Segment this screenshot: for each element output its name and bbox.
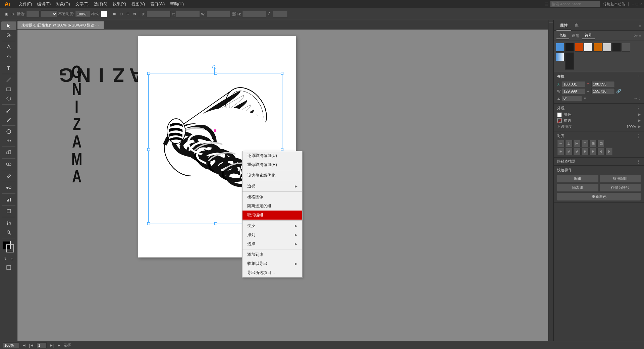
artboard-tool-btn[interactable] <box>1 207 16 216</box>
align-bottom-btn[interactable]: ⊡ <box>597 140 605 147</box>
maximize-btn[interactable]: □ <box>636 2 638 6</box>
document-tab[interactable]: 未标题-1 [已恢复]* @ 100% (RGB/GPU 预览) × <box>17 21 104 29</box>
ungroup-quick-btn[interactable]: 取消编组 <box>600 175 641 182</box>
color-tab-brushes[interactable]: 画笔 <box>569 33 582 39</box>
y-coord-input[interactable] <box>591 81 615 87</box>
link-proportions-icon[interactable]: ⛓ <box>232 11 236 17</box>
y-input[interactable]: 129.999 <box>176 11 200 17</box>
shapebuilder-icon[interactable]: ⊗ <box>132 11 138 17</box>
dist-center-h-btn[interactable]: ⊬ <box>565 148 573 155</box>
reflect-tool-btn[interactable] <box>1 136 16 145</box>
ctx-redo-ungroup[interactable]: 重做取消编组(R) <box>243 160 302 169</box>
ctx-isolate-group[interactable]: 隔离选定的组 <box>243 201 302 211</box>
rect-tool-btn[interactable] <box>1 85 16 94</box>
ctx-select[interactable]: 选择 ▶ <box>243 239 302 248</box>
swatch-black[interactable] <box>565 43 574 52</box>
swatch-grad-1[interactable] <box>556 52 565 61</box>
menu-effect[interactable]: 效果(X) <box>110 1 129 8</box>
change-screen-mode-btn[interactable] <box>1 263 16 272</box>
default-colors-btn[interactable]: ◻ <box>9 256 15 262</box>
ctx-add-to-library[interactable]: 添加到库 <box>243 250 302 259</box>
ctx-ungroup[interactable]: 取消编组 <box>243 211 302 220</box>
menu-edit[interactable]: 编辑(E) <box>35 1 53 8</box>
select-mode-btn[interactable]: ▣ <box>3 11 9 17</box>
w-prop-input[interactable] <box>562 88 585 94</box>
align-center-h-btn[interactable]: ⊥ <box>565 140 573 147</box>
swatch-orange-dark[interactable] <box>575 43 583 52</box>
column-graph-tool-btn[interactable] <box>1 195 16 204</box>
align-left-btn[interactable]: ⊣ <box>557 140 565 147</box>
tab-properties[interactable]: 属性 <box>556 21 571 31</box>
color-boxes[interactable] <box>3 241 15 253</box>
align-expand-btn[interactable]: ⋮ <box>637 134 641 138</box>
dist-spacing-btn[interactable]: ⊱ <box>605 148 613 155</box>
swatch-dark[interactable] <box>612 43 621 52</box>
curvature-tool-btn[interactable] <box>1 52 16 61</box>
angle-prop-input[interactable] <box>562 95 582 101</box>
pencil-tool-btn[interactable] <box>1 115 16 124</box>
menu-type[interactable]: 文字(T) <box>73 1 91 8</box>
edit-quick-btn[interactable]: 编辑 <box>557 175 598 182</box>
h-input[interactable]: 155.716 <box>242 11 266 17</box>
menu-help[interactable]: 帮助(H) <box>167 1 186 8</box>
color-panel-expand[interactable]: ≫ <box>634 34 638 38</box>
adobe-stock-search[interactable] <box>550 1 600 7</box>
opacity-input[interactable] <box>75 11 90 17</box>
align-center-v-btn[interactable]: ⊞ <box>589 140 597 147</box>
h-prop-input[interactable] <box>591 88 615 94</box>
stroke-select[interactable] <box>41 10 57 18</box>
direct-select-mode-btn[interactable]: ▷ <box>10 11 16 17</box>
transform-expand-btn[interactable]: ⋮ <box>637 75 641 78</box>
dist-left-btn[interactable]: ⊫ <box>557 148 565 155</box>
color-panel-menu[interactable]: ≡ <box>639 34 641 38</box>
minimize-btn[interactable]: − <box>632 2 634 6</box>
x-coord-input[interactable] <box>562 81 585 87</box>
zoom-tool-btn[interactable] <box>1 228 16 237</box>
scale-tool-btn[interactable] <box>1 148 16 157</box>
flip-h-btn[interactable]: ↔ <box>634 96 638 100</box>
flip-v-btn[interactable]: ↕ <box>639 96 641 100</box>
eyedropper-tool-btn[interactable] <box>1 172 16 180</box>
swatch-light-gray[interactable] <box>584 43 593 52</box>
align-right-btn[interactable]: ⊢ <box>573 140 581 147</box>
swatch-orange[interactable] <box>593 43 602 52</box>
w-input[interactable]: 188.395 <box>207 11 231 17</box>
dist-right-btn[interactable]: ⊭ <box>573 148 581 155</box>
tab-library[interactable]: 库 <box>571 21 582 31</box>
direct-selection-tool-btn[interactable] <box>1 31 16 40</box>
close-btn[interactable]: × <box>640 2 643 6</box>
menu-file[interactable]: 文件(F) <box>16 1 35 8</box>
align-icon[interactable]: ⊞ <box>112 11 117 17</box>
transform-icon[interactable]: ⊡ <box>118 11 124 17</box>
stroke-swatch[interactable] <box>6 244 14 252</box>
ctx-undo-ungroup[interactable]: 还原取消编组(U) <box>243 151 302 160</box>
blend-tool-btn[interactable] <box>1 183 16 192</box>
stroke-color-box[interactable] <box>557 118 562 123</box>
menu-view[interactable]: 视图(V) <box>129 1 148 8</box>
rotate-tool-btn[interactable] <box>1 127 16 136</box>
fill-color-box[interactable] <box>557 112 562 117</box>
color-tab-swatches[interactable]: 色板 <box>556 32 569 39</box>
isolate-quick-btn[interactable]: 隔离组 <box>557 184 598 191</box>
ctx-perspective[interactable]: 透视 ▶ <box>243 182 302 191</box>
fill-arrow-btn[interactable]: ▶ <box>638 112 641 117</box>
next-page-btn[interactable]: ► <box>57 343 61 348</box>
ctx-arrange[interactable]: 排列 ▶ <box>243 230 302 239</box>
ctx-transform[interactable]: 变换 ▶ <box>243 221 302 230</box>
page-input[interactable] <box>37 342 47 348</box>
swatch-blue[interactable] <box>556 43 565 52</box>
save-symbol-quick-btn[interactable]: 存储为符号 <box>600 184 641 191</box>
align-top-btn[interactable]: ⊤ <box>581 140 589 147</box>
ctx-pixel-optimize[interactable]: 设为像素级优化 <box>243 171 302 180</box>
prev-page-btn[interactable]: ◄ <box>22 343 26 348</box>
path-expand-btn[interactable]: ⋮ <box>637 159 641 164</box>
outer-expand-btn[interactable]: ⋮ <box>637 106 641 111</box>
x-input[interactable]: 108.831 <box>147 11 171 17</box>
color-tab-symbols[interactable]: 符号 <box>582 32 595 39</box>
swatch-gray[interactable] <box>603 43 611 52</box>
panel-options-btn[interactable]: ≡ <box>639 24 641 28</box>
dist-top-btn[interactable]: ⊮ <box>581 148 589 155</box>
angle-dropdown-btn[interactable]: ▼ <box>583 97 587 100</box>
handle-bot-left[interactable] <box>147 222 150 225</box>
opacity-arrow-btn[interactable]: ▶ <box>638 124 641 129</box>
